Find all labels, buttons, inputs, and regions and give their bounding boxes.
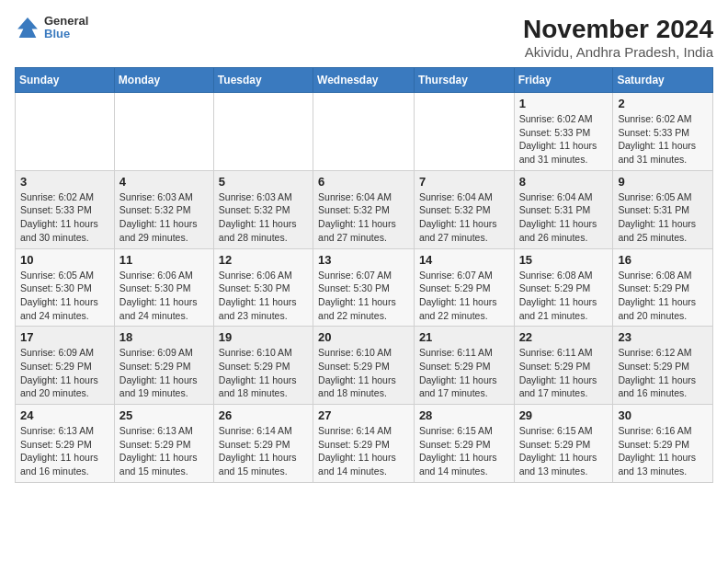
day-info: Sunrise: 6:11 AMSunset: 5:29 PMDaylight:… <box>519 346 609 400</box>
weekday-header: Wednesday <box>313 68 415 93</box>
day-info: Sunrise: 6:12 AMSunset: 5:29 PMDaylight:… <box>618 346 708 400</box>
day-number: 25 <box>119 408 209 422</box>
calendar-cell: 23Sunrise: 6:12 AMSunset: 5:29 PMDayligh… <box>613 327 713 405</box>
calendar-cell: 24Sunrise: 6:13 AMSunset: 5:29 PMDayligh… <box>16 405 115 483</box>
calendar-cell: 17Sunrise: 6:09 AMSunset: 5:29 PMDayligh… <box>16 327 115 405</box>
day-number: 14 <box>419 253 509 267</box>
day-number: 20 <box>318 330 409 344</box>
day-info: Sunrise: 6:04 AMSunset: 5:31 PMDaylight:… <box>519 190 609 245</box>
day-info: Sunrise: 6:04 AMSunset: 5:32 PMDaylight:… <box>419 190 509 245</box>
calendar-cell <box>213 93 313 171</box>
day-info: Sunrise: 6:03 AMSunset: 5:32 PMDaylight:… <box>119 190 209 245</box>
calendar-week-row: 3Sunrise: 6:02 AMSunset: 5:33 PMDaylight… <box>16 170 713 248</box>
calendar-table: SundayMondayTuesdayWednesdayThursdayFrid… <box>15 67 713 483</box>
day-number: 18 <box>119 330 209 344</box>
calendar-cell: 28Sunrise: 6:15 AMSunset: 5:29 PMDayligh… <box>414 405 514 483</box>
calendar-cell: 8Sunrise: 6:04 AMSunset: 5:31 PMDaylight… <box>514 170 613 248</box>
day-number: 8 <box>519 175 609 189</box>
calendar-cell: 5Sunrise: 6:03 AMSunset: 5:32 PMDaylight… <box>213 170 313 248</box>
day-info: Sunrise: 6:05 AMSunset: 5:30 PMDaylight:… <box>20 269 109 323</box>
day-number: 7 <box>419 175 509 189</box>
day-info: Sunrise: 6:15 AMSunset: 5:29 PMDaylight:… <box>519 424 609 478</box>
day-number: 28 <box>419 408 509 422</box>
calendar-cell: 15Sunrise: 6:08 AMSunset: 5:29 PMDayligh… <box>514 248 613 327</box>
day-number: 5 <box>219 175 308 189</box>
calendar-week-row: 10Sunrise: 6:05 AMSunset: 5:30 PMDayligh… <box>16 248 713 327</box>
calendar-cell: 1Sunrise: 6:02 AMSunset: 5:33 PMDaylight… <box>514 93 613 171</box>
logo-line2: Blue <box>44 28 88 40</box>
weekday-header: Sunday <box>16 68 115 93</box>
day-number: 23 <box>618 330 708 344</box>
day-number: 15 <box>519 253 609 267</box>
calendar-cell: 10Sunrise: 6:05 AMSunset: 5:30 PMDayligh… <box>16 248 115 327</box>
day-info: Sunrise: 6:14 AMSunset: 5:29 PMDaylight:… <box>219 424 308 478</box>
day-number: 16 <box>618 253 708 267</box>
day-number: 17 <box>20 330 109 344</box>
page-subtitle: Akividu, Andhra Pradesh, India <box>523 44 713 60</box>
day-number: 4 <box>119 175 209 189</box>
day-number: 10 <box>20 253 109 267</box>
calendar-cell: 25Sunrise: 6:13 AMSunset: 5:29 PMDayligh… <box>114 405 213 483</box>
day-info: Sunrise: 6:08 AMSunset: 5:29 PMDaylight:… <box>618 269 708 323</box>
day-info: Sunrise: 6:09 AMSunset: 5:29 PMDaylight:… <box>119 346 209 400</box>
day-info: Sunrise: 6:06 AMSunset: 5:30 PMDaylight:… <box>119 269 209 323</box>
calendar-cell: 13Sunrise: 6:07 AMSunset: 5:30 PMDayligh… <box>313 248 415 327</box>
calendar-cell: 9Sunrise: 6:05 AMSunset: 5:31 PMDaylight… <box>613 170 713 248</box>
calendar-cell: 7Sunrise: 6:04 AMSunset: 5:32 PMDaylight… <box>414 170 514 248</box>
day-number: 11 <box>119 253 209 267</box>
day-info: Sunrise: 6:02 AMSunset: 5:33 PMDaylight:… <box>20 190 109 245</box>
calendar-cell: 26Sunrise: 6:14 AMSunset: 5:29 PMDayligh… <box>213 405 313 483</box>
day-info: Sunrise: 6:08 AMSunset: 5:29 PMDaylight:… <box>519 269 609 323</box>
day-info: Sunrise: 6:14 AMSunset: 5:29 PMDaylight:… <box>318 424 409 478</box>
logo: General Blue <box>15 15 88 41</box>
day-info: Sunrise: 6:11 AMSunset: 5:29 PMDaylight:… <box>419 346 509 400</box>
calendar-cell: 29Sunrise: 6:15 AMSunset: 5:29 PMDayligh… <box>514 405 613 483</box>
logo-icon <box>15 15 40 40</box>
day-number: 19 <box>219 330 308 344</box>
calendar-cell: 14Sunrise: 6:07 AMSunset: 5:29 PMDayligh… <box>414 248 514 327</box>
day-info: Sunrise: 6:02 AMSunset: 5:33 PMDaylight:… <box>519 112 609 167</box>
calendar-cell: 22Sunrise: 6:11 AMSunset: 5:29 PMDayligh… <box>514 327 613 405</box>
calendar-cell: 19Sunrise: 6:10 AMSunset: 5:29 PMDayligh… <box>213 327 313 405</box>
weekday-header: Saturday <box>613 68 713 93</box>
day-info: Sunrise: 6:07 AMSunset: 5:29 PMDaylight:… <box>419 269 509 323</box>
day-number: 24 <box>20 408 109 422</box>
day-info: Sunrise: 6:16 AMSunset: 5:29 PMDaylight:… <box>618 424 708 478</box>
weekday-header: Monday <box>114 68 213 93</box>
calendar-cell: 30Sunrise: 6:16 AMSunset: 5:29 PMDayligh… <box>613 405 713 483</box>
calendar-cell <box>114 93 213 171</box>
calendar-cell <box>16 93 115 171</box>
day-info: Sunrise: 6:13 AMSunset: 5:29 PMDaylight:… <box>119 424 209 478</box>
day-info: Sunrise: 6:06 AMSunset: 5:30 PMDaylight:… <box>219 269 308 323</box>
calendar-cell: 6Sunrise: 6:04 AMSunset: 5:32 PMDaylight… <box>313 170 415 248</box>
calendar-cell: 11Sunrise: 6:06 AMSunset: 5:30 PMDayligh… <box>114 248 213 327</box>
day-info: Sunrise: 6:10 AMSunset: 5:29 PMDaylight:… <box>318 346 409 400</box>
calendar-cell: 3Sunrise: 6:02 AMSunset: 5:33 PMDaylight… <box>16 170 115 248</box>
day-number: 27 <box>318 408 409 422</box>
day-number: 2 <box>618 97 708 110</box>
day-number: 6 <box>318 175 409 189</box>
day-info: Sunrise: 6:09 AMSunset: 5:29 PMDaylight:… <box>20 346 109 400</box>
day-number: 13 <box>318 253 409 267</box>
day-info: Sunrise: 6:02 AMSunset: 5:33 PMDaylight:… <box>618 112 708 167</box>
calendar-cell <box>313 93 415 171</box>
day-info: Sunrise: 6:03 AMSunset: 5:32 PMDaylight:… <box>219 190 308 245</box>
weekday-header: Friday <box>514 68 613 93</box>
calendar-cell: 21Sunrise: 6:11 AMSunset: 5:29 PMDayligh… <box>414 327 514 405</box>
title-block: November 2024 Akividu, Andhra Pradesh, I… <box>523 15 713 60</box>
day-info: Sunrise: 6:07 AMSunset: 5:30 PMDaylight:… <box>318 269 409 323</box>
calendar-week-row: 24Sunrise: 6:13 AMSunset: 5:29 PMDayligh… <box>16 405 713 483</box>
calendar-cell <box>414 93 514 171</box>
day-number: 3 <box>20 175 109 189</box>
calendar-header-row: SundayMondayTuesdayWednesdayThursdayFrid… <box>16 68 713 93</box>
calendar-cell: 4Sunrise: 6:03 AMSunset: 5:32 PMDaylight… <box>114 170 213 248</box>
day-number: 21 <box>419 330 509 344</box>
page-title: November 2024 <box>523 15 713 44</box>
day-number: 29 <box>519 408 609 422</box>
day-number: 12 <box>219 253 308 267</box>
day-info: Sunrise: 6:13 AMSunset: 5:29 PMDaylight:… <box>20 424 109 478</box>
day-info: Sunrise: 6:05 AMSunset: 5:31 PMDaylight:… <box>618 190 708 245</box>
calendar-cell: 12Sunrise: 6:06 AMSunset: 5:30 PMDayligh… <box>213 248 313 327</box>
weekday-header: Thursday <box>414 68 514 93</box>
day-info: Sunrise: 6:10 AMSunset: 5:29 PMDaylight:… <box>219 346 308 400</box>
